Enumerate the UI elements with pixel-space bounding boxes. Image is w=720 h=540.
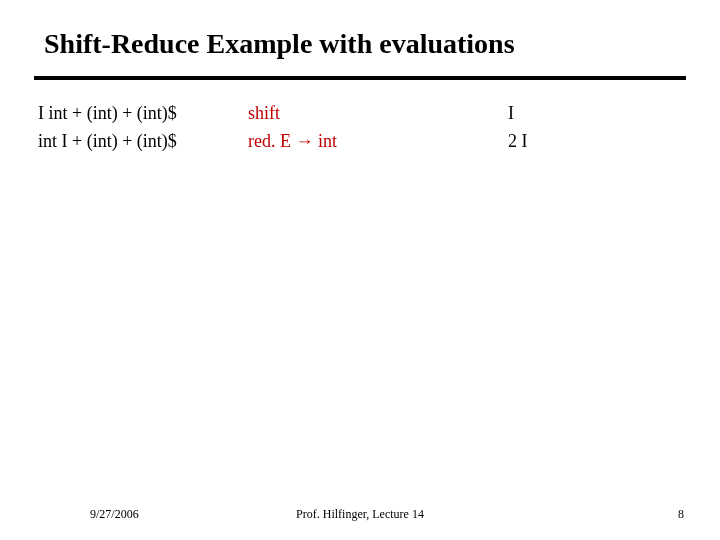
parse-eval: 2 I: [508, 128, 528, 154]
parse-action: red. E → int: [248, 128, 508, 154]
slide-title: Shift-Reduce Example with evaluations: [36, 28, 684, 60]
parse-state: I int + (int) + (int)$: [38, 100, 248, 126]
parse-action: shift: [248, 100, 508, 126]
table-row: I int + (int) + (int)$ shift I: [38, 100, 684, 126]
slide-footer: 9/27/2006 Prof. Hilfinger, Lecture 14 8: [0, 502, 720, 522]
table-row: int I + (int) + (int)$ red. E → int 2 I: [38, 128, 684, 154]
content-area: I int + (int) + (int)$ shift I int I + (…: [36, 100, 684, 154]
parse-eval: I: [508, 100, 514, 126]
parse-state: int I + (int) + (int)$: [38, 128, 248, 154]
slide: Shift-Reduce Example with evaluations I …: [0, 0, 720, 540]
title-divider: [34, 76, 686, 80]
footer-lecture: Prof. Hilfinger, Lecture 14: [0, 507, 720, 522]
footer-page-number: 8: [678, 507, 684, 522]
